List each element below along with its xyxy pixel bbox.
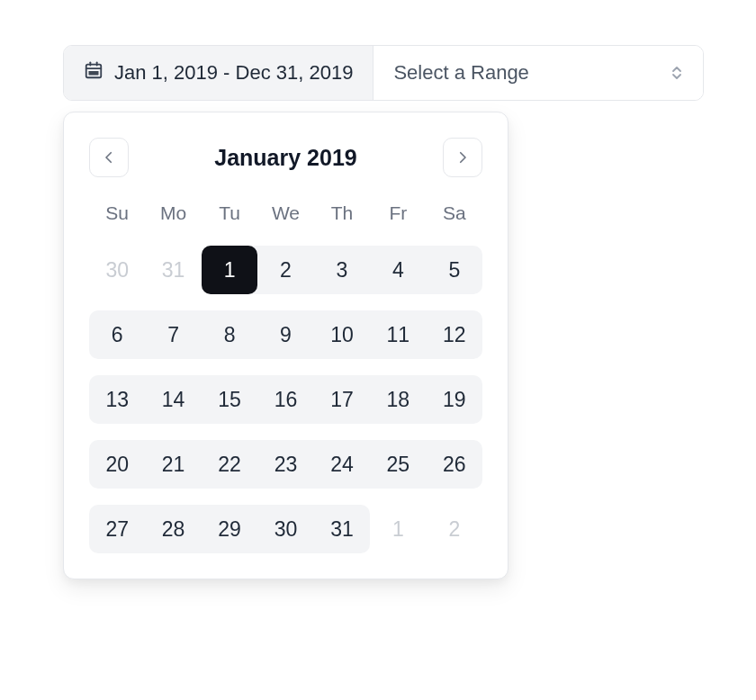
day-cell[interactable]: 16	[257, 375, 313, 424]
date-range-display[interactable]: Jan 1, 2019 - Dec 31, 2019	[64, 46, 374, 100]
weekday-label: Fr	[370, 202, 426, 229]
day-cell[interactable]: 29	[202, 505, 257, 553]
day-cell[interactable]: 13	[89, 375, 145, 424]
day-cell[interactable]: 9	[257, 310, 313, 359]
day-cell[interactable]: 20	[89, 440, 145, 489]
weekday-label: Mo	[145, 202, 201, 229]
range-select-dropdown[interactable]: Select a Range	[374, 46, 703, 100]
weekday-label: Tu	[202, 202, 257, 229]
day-cell[interactable]: 1	[202, 246, 257, 294]
day-cell[interactable]: 4	[370, 246, 426, 294]
calendar-icon	[84, 60, 104, 85]
weekday-label: We	[257, 202, 313, 229]
day-cell[interactable]: 12	[427, 310, 482, 359]
day-cell[interactable]: 14	[145, 375, 201, 424]
date-range-bar: Jan 1, 2019 - Dec 31, 2019 Select a Rang…	[63, 45, 704, 101]
svg-rect-4	[89, 71, 99, 76]
date-range-text: Jan 1, 2019 - Dec 31, 2019	[114, 61, 353, 85]
calendar-grid: SuMoTuWeThFrSa30311234567891011121314151…	[89, 202, 482, 553]
weekday-label: Sa	[427, 202, 482, 229]
day-cell[interactable]: 18	[370, 375, 426, 424]
day-cell: 2	[427, 505, 482, 553]
day-cell[interactable]: 30	[257, 505, 313, 553]
day-cell[interactable]: 25	[370, 440, 426, 489]
day-cell: 30	[89, 246, 145, 294]
day-cell[interactable]: 5	[427, 246, 482, 294]
day-cell[interactable]: 27	[89, 505, 145, 553]
day-cell[interactable]: 22	[202, 440, 257, 489]
day-cell: 1	[370, 505, 426, 553]
calendar-header: January 2019	[89, 138, 482, 177]
weekday-label: Th	[314, 202, 370, 229]
day-cell[interactable]: 26	[427, 440, 482, 489]
selected-day[interactable]: 1	[202, 246, 257, 294]
prev-month-button[interactable]	[89, 138, 129, 177]
day-cell[interactable]: 23	[257, 440, 313, 489]
calendar-popover: January 2019 SuMoTuWeThFrSa3031123456789…	[63, 112, 508, 579]
day-cell[interactable]: 6	[89, 310, 145, 359]
day-cell[interactable]: 28	[145, 505, 201, 553]
day-cell: 31	[145, 246, 201, 294]
day-cell[interactable]: 24	[314, 440, 370, 489]
day-cell[interactable]: 3	[314, 246, 370, 294]
day-cell[interactable]: 15	[202, 375, 257, 424]
day-cell[interactable]: 17	[314, 375, 370, 424]
day-cell[interactable]: 10	[314, 310, 370, 359]
next-month-button[interactable]	[443, 138, 482, 177]
day-cell[interactable]: 11	[370, 310, 426, 359]
select-chevrons-icon	[670, 66, 683, 80]
day-cell[interactable]: 8	[202, 310, 257, 359]
day-cell[interactable]: 21	[145, 440, 201, 489]
weekday-label: Su	[89, 202, 145, 229]
range-select-label: Select a Range	[393, 61, 528, 85]
day-cell[interactable]: 2	[257, 246, 313, 294]
day-cell[interactable]: 31	[314, 505, 370, 553]
calendar-month-title: January 2019	[214, 145, 356, 171]
day-cell[interactable]: 7	[145, 310, 201, 359]
day-cell[interactable]: 19	[427, 375, 482, 424]
